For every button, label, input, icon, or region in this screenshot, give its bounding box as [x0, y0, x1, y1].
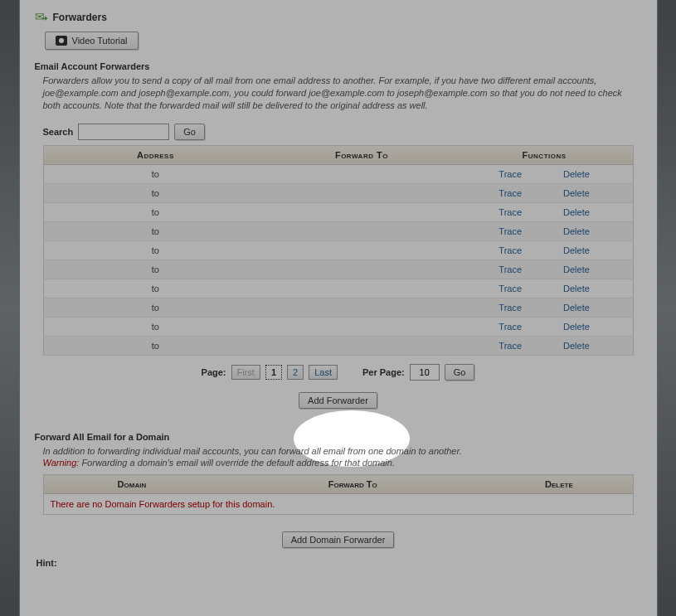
address-cell: to — [43, 202, 267, 221]
col-functions: Functions — [456, 145, 633, 164]
forwardto-cell — [267, 298, 456, 317]
address-cell: to — [43, 317, 267, 336]
trace-link[interactable]: Trace — [498, 169, 522, 179]
delete-link[interactable]: Delete — [563, 341, 590, 351]
trace-link[interactable]: Trace — [498, 226, 522, 236]
delete-link[interactable]: Delete — [563, 322, 590, 332]
col-domain-forwardto: Forward To — [220, 475, 485, 494]
delete-link[interactable]: Delete — [563, 169, 590, 179]
perpage-input[interactable] — [410, 364, 440, 381]
warning-text: Forwarding a domain's email will overrid… — [81, 458, 395, 468]
domain-forward-intro: In addition to forwarding individual mai… — [43, 446, 462, 456]
hint-label: Hint: — [36, 558, 642, 568]
address-cell: to — [43, 259, 267, 279]
camera-icon — [56, 36, 67, 46]
delete-link[interactable]: Delete — [563, 226, 590, 236]
functions-cell: TraceDelete — [456, 164, 633, 183]
page-last-button[interactable]: Last — [309, 365, 338, 380]
delete-link[interactable]: Delete — [563, 284, 590, 293]
forwarders-icon — [35, 12, 48, 23]
forwardto-cell — [267, 164, 456, 183]
trace-link[interactable]: Trace — [498, 207, 522, 217]
add-forwarder-button[interactable]: Add Forwarder — [299, 392, 377, 409]
page-title: Forwarders — [53, 12, 107, 23]
forwardto-cell — [267, 336, 456, 355]
perpage-go-button[interactable]: Go — [445, 364, 475, 381]
forwardto-cell — [267, 279, 456, 298]
search-label: Search — [43, 127, 74, 137]
col-domain: Domain — [43, 475, 220, 494]
functions-cell: TraceDelete — [456, 183, 633, 202]
address-cell: to — [43, 221, 267, 240]
domain-forward-heading: Forward All Email for a Domain — [35, 432, 642, 442]
page-1-button[interactable]: 1 — [265, 365, 282, 380]
trace-link[interactable]: Trace — [498, 264, 522, 274]
forwardto-cell — [267, 221, 456, 240]
forwardto-cell — [267, 259, 456, 279]
forwardto-cell — [267, 183, 456, 202]
add-domain-forwarder-button[interactable]: Add Domain Forwarder — [282, 531, 395, 548]
video-tutorial-button[interactable]: Video Tutorial — [45, 32, 139, 50]
domain-empty-message: There are no Domain Forwarders setup for… — [43, 494, 633, 515]
trace-link[interactable]: Trace — [498, 341, 522, 351]
forwarders-table: Address Forward To Functions toTraceDele… — [43, 145, 634, 356]
address-cell: to — [43, 164, 267, 183]
functions-cell: TraceDelete — [456, 279, 633, 298]
delete-link[interactable]: Delete — [563, 264, 590, 274]
address-cell: to — [43, 240, 267, 259]
delete-link[interactable]: Delete — [563, 303, 590, 313]
trace-link[interactable]: Trace — [498, 188, 522, 198]
page-label: Page: — [202, 367, 226, 377]
functions-cell: TraceDelete — [456, 202, 633, 221]
table-row: toTraceDelete — [43, 317, 633, 336]
functions-cell: TraceDelete — [456, 240, 633, 259]
table-row: toTraceDelete — [43, 336, 633, 355]
domain-forwarders-table: Domain Forward To Delete There are no Do… — [43, 474, 634, 515]
functions-cell: TraceDelete — [456, 259, 633, 279]
page-title-row: Forwarders — [35, 12, 642, 23]
search-go-button[interactable]: Go — [174, 124, 205, 140]
col-address: Address — [43, 145, 267, 164]
table-row: toTraceDelete — [43, 240, 633, 259]
trace-link[interactable]: Trace — [498, 245, 522, 255]
delete-link[interactable]: Delete — [563, 245, 590, 255]
delete-link[interactable]: Delete — [563, 207, 590, 217]
forwardto-cell — [267, 202, 456, 221]
functions-cell: TraceDelete — [456, 317, 633, 336]
trace-link[interactable]: Trace — [498, 284, 522, 293]
table-row: toTraceDelete — [43, 259, 633, 279]
forwardto-cell — [267, 317, 456, 336]
table-row: toTraceDelete — [43, 183, 633, 202]
search-input[interactable] — [78, 124, 169, 140]
functions-cell: TraceDelete — [456, 336, 633, 355]
page-first-button[interactable]: First — [231, 365, 260, 380]
email-forwarders-heading: Email Account Forwarders — [35, 61, 642, 71]
perpage-label: Per Page: — [362, 367, 405, 377]
address-cell: to — [43, 183, 267, 202]
col-domain-delete: Delete — [485, 475, 633, 494]
functions-cell: TraceDelete — [456, 221, 633, 240]
warning-label: Warning: — [43, 458, 80, 468]
table-row: toTraceDelete — [43, 298, 633, 317]
trace-link[interactable]: Trace — [498, 322, 522, 332]
table-row: toTraceDelete — [43, 202, 633, 221]
table-row: toTraceDelete — [43, 221, 633, 240]
address-cell: to — [43, 298, 267, 317]
email-forwarders-intro: Forwarders allow you to send a copy of a… — [43, 75, 634, 112]
table-row: toTraceDelete — [43, 164, 633, 183]
forwardto-cell — [267, 240, 456, 259]
paginator: Page: First 1 2 Last Per Page: Go — [35, 364, 642, 381]
page-2-button[interactable]: 2 — [287, 365, 304, 380]
address-cell: to — [43, 336, 267, 355]
delete-link[interactable]: Delete — [563, 188, 590, 198]
address-cell: to — [43, 279, 267, 298]
table-row: toTraceDelete — [43, 279, 633, 298]
functions-cell: TraceDelete — [456, 298, 633, 317]
col-forwardto: Forward To — [267, 145, 456, 164]
trace-link[interactable]: Trace — [498, 303, 522, 313]
video-tutorial-label: Video Tutorial — [72, 36, 128, 46]
